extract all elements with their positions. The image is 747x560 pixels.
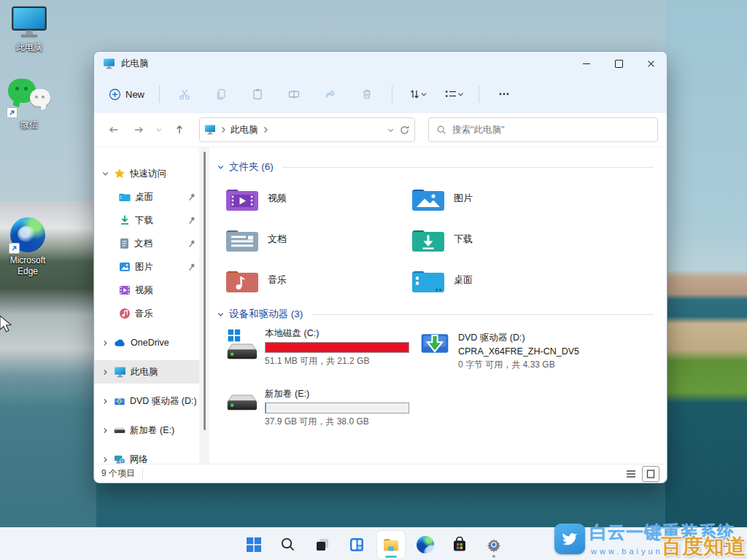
desktop-icon-label: 微信 — [20, 120, 38, 131]
toolbar-separator — [392, 85, 392, 103]
address-bar[interactable]: 此电脑 — [199, 117, 415, 142]
sidebar-item-label: 网络 — [130, 454, 196, 464]
chevron-right-icon[interactable] — [101, 427, 109, 435]
folder-tile-music[interactable]: 音乐 — [225, 260, 411, 300]
back-button[interactable] — [103, 119, 125, 141]
widgets-button[interactable] — [343, 531, 371, 559]
delete-button[interactable] — [349, 81, 384, 107]
hard-drive-icon — [225, 378, 258, 413]
watermark-badge: 百度知道 — [661, 532, 746, 560]
recent-locations-button[interactable] — [152, 119, 166, 141]
view-button[interactable] — [436, 81, 471, 107]
this-pc-icon — [204, 125, 216, 135]
chevron-right-icon[interactable] — [101, 456, 109, 464]
sidebar-item-onedrive[interactable]: OneDrive — [94, 331, 199, 354]
maximize-button[interactable] — [603, 52, 635, 75]
chevron-down-icon[interactable] — [217, 311, 225, 319]
folders-grid: 视频 图片 文档 — [225, 178, 654, 300]
rename-button[interactable] — [276, 81, 311, 107]
folder-tile-desktop[interactable]: 桌面 — [411, 260, 597, 300]
folder-tile-label: 桌面 — [454, 273, 473, 287]
drive-name: 本地磁盘 (C:) — [265, 327, 409, 340]
video-icon — [119, 285, 131, 295]
forward-button[interactable] — [128, 119, 150, 141]
this-pc-icon — [103, 58, 115, 69]
drive-tile-c[interactable]: 本地磁盘 (C:) 51.1 MB 可用，共 21.2 GB — [225, 327, 419, 375]
drive-tile-e[interactable]: 新加卷 (E:) 37.9 GB 可用，共 38.0 GB — [225, 378, 419, 428]
chevron-down-icon — [155, 126, 163, 133]
sidebar-item-dvd-drive[interactable]: DVD 驱动器 (D:) — [94, 389, 199, 413]
sidebar-item-documents[interactable]: 文档 — [94, 232, 199, 255]
content-pane: 文件夹 (6) 视频 — [209, 147, 667, 464]
chevron-down-icon[interactable] — [217, 163, 225, 171]
store-button[interactable] — [446, 531, 473, 559]
settings-button[interactable] — [480, 531, 508, 559]
onedrive-icon — [114, 338, 126, 347]
folder-tile-videos[interactable]: 视频 — [225, 178, 411, 219]
sidebar-item-downloads[interactable]: 下载 — [94, 209, 199, 232]
chevron-right-icon[interactable] — [101, 368, 109, 376]
store-icon — [452, 537, 468, 553]
more-options-button[interactable] — [487, 81, 522, 107]
sidebar-item-music[interactable]: 音乐 — [94, 302, 199, 325]
sidebar-item-quick-access[interactable]: 快速访问 — [94, 162, 199, 185]
rename-icon — [287, 88, 301, 101]
large-icons-view-button[interactable] — [642, 466, 659, 482]
section-header-folders[interactable]: 文件夹 (6) — [217, 160, 654, 174]
pin-icon — [187, 216, 196, 225]
scrollbar-thumb[interactable] — [204, 152, 206, 430]
file-explorer-button[interactable] — [377, 531, 405, 559]
chevron-right-icon[interactable] — [101, 397, 109, 405]
section-divider — [282, 167, 654, 168]
desktop-icon-wechat[interactable]: 微信 — [1, 79, 57, 131]
up-button[interactable] — [169, 119, 190, 141]
close-button[interactable] — [635, 52, 667, 75]
sidebar-item-new-volume[interactable]: 新加卷 (E:) — [94, 419, 199, 442]
star-icon — [114, 168, 125, 179]
sidebar-item-label: 新加卷 (E:) — [130, 424, 196, 437]
chevron-down-icon[interactable] — [101, 170, 109, 178]
section-divider — [311, 314, 654, 315]
downloads-folder-icon — [411, 226, 445, 252]
copy-button[interactable] — [204, 81, 239, 107]
share-button[interactable] — [313, 81, 348, 107]
details-view-button[interactable] — [623, 467, 639, 481]
section-header-devices[interactable]: 设备和驱动器 (3) — [217, 308, 654, 321]
folder-tile-documents[interactable]: 文档 — [225, 219, 411, 260]
folder-tile-label: 音乐 — [268, 273, 287, 287]
monitor-icon — [10, 6, 48, 39]
drive-tile-dvd[interactable]: DVD 驱动器 (D:) CPRA_X64FRE_ZH-CN_DV5 0 字节 … — [419, 327, 638, 375]
paste-button[interactable] — [240, 81, 275, 107]
pictures-folder-icon — [411, 185, 445, 211]
start-button[interactable] — [240, 531, 268, 559]
chevron-right-icon[interactable] — [101, 339, 109, 347]
sidebar-item-videos[interactable]: 视频 — [94, 279, 199, 302]
plus-circle-icon — [109, 88, 121, 101]
refresh-icon[interactable] — [399, 125, 410, 136]
sidebar-item-this-pc[interactable]: 此电脑 — [94, 360, 199, 384]
task-view-button[interactable] — [309, 531, 336, 559]
title-bar[interactable]: 此电脑 — [94, 52, 667, 75]
share-icon — [324, 88, 337, 101]
breadcrumb-item[interactable]: 此电脑 — [231, 124, 258, 136]
folder-tile-downloads[interactable]: 下载 — [411, 219, 597, 260]
sidebar-item-desktop[interactable]: 桌面 — [94, 185, 199, 209]
sort-button[interactable] — [400, 81, 435, 107]
drive-volume-label: CPRA_X64FRE_ZH-CN_DV5 — [458, 346, 579, 357]
window-title: 此电脑 — [121, 58, 149, 70]
desktop-icon-edge[interactable]: Microsoft Edge — [0, 217, 55, 277]
search-button[interactable] — [274, 531, 302, 559]
folder-tile-pictures[interactable]: 图片 — [411, 178, 597, 219]
desktop-icon-this-pc[interactable]: 此电脑 — [1, 6, 57, 53]
sidebar-item-network[interactable]: 网络 — [94, 448, 199, 464]
minimize-button[interactable] — [570, 52, 603, 75]
cut-button[interactable] — [167, 81, 202, 107]
sidebar-scrollbar[interactable] — [199, 147, 209, 464]
address-dropdown-icon[interactable] — [387, 126, 395, 134]
sidebar-item-pictures[interactable]: 图片 — [94, 255, 199, 279]
new-button[interactable]: New — [101, 81, 152, 107]
search-input[interactable]: 搜索"此电脑" — [428, 117, 658, 142]
hard-drive-icon — [114, 427, 125, 434]
edge-button[interactable] — [411, 531, 439, 559]
search-icon — [436, 125, 446, 135]
